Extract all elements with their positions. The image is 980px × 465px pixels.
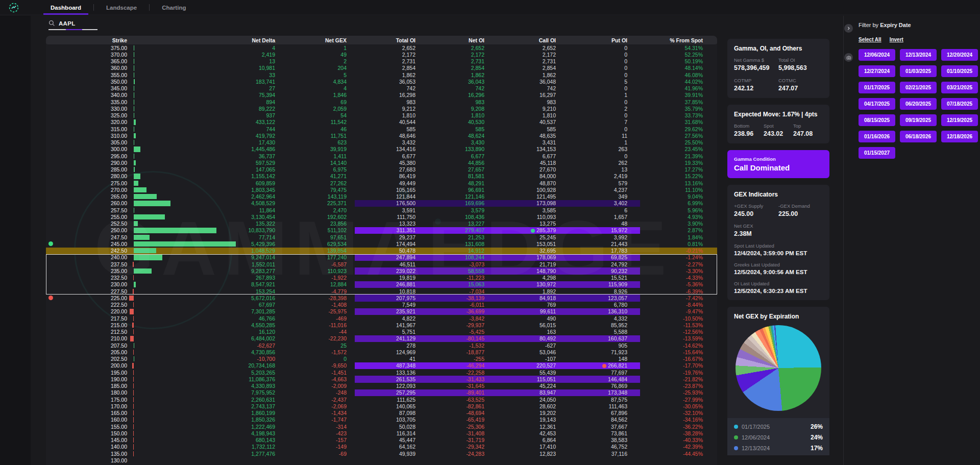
pct-from-spot-cell: 23.45% (630, 146, 717, 152)
net-oi-cell: 14,912 (419, 248, 487, 254)
net-oi-cell: 2,652 (419, 45, 487, 51)
strike-row-207.50[interactable]: 207.50-62,62725278-1,532-627905-14.62% (46, 342, 717, 349)
strike-row-245.00[interactable]: 245.005,429,396629,534174,494131,608153,… (46, 240, 717, 247)
collapse-panel-button[interactable] (844, 24, 853, 33)
expiry-date-button-01/10/2025[interactable]: 01/10/2025 (941, 65, 978, 77)
strike-row-237.50[interactable]: 237.501,552,011-6,58746,511-3,07321,7192… (46, 261, 717, 267)
expiry-date-button-01/17/2025[interactable]: 01/17/2025 (859, 82, 895, 93)
strike-row-315.00[interactable]: 315.0074446585585585029.62% (46, 126, 717, 132)
strike-row-340.00[interactable]: 340.0075,3941,84616,29816,29616,297139.9… (46, 92, 717, 99)
invert-link[interactable]: Invert (890, 37, 903, 42)
strike-row-232.50[interactable]: 232.50267,893-1,92219,819-11,2234,29815,… (46, 275, 717, 281)
strike-row-155.00[interactable]: 155.001,222,469-31450,028-25,30612,36137… (46, 423, 717, 430)
expiry-date-button-09/19/2025[interactable]: 09/19/2025 (900, 114, 937, 126)
strike-row-180.00[interactable]: 180.007,975,952-248257,295-89,40183,9471… (46, 389, 717, 396)
strike-row-257.50[interactable]: 257.5011,8642,4703,5913,5793,58565.96% (46, 207, 717, 213)
select-all-link[interactable]: Select All (859, 37, 881, 42)
legend-item-12/06/2024[interactable]: 12/06/202424% (734, 432, 823, 443)
net-oi-cell: 27,657 (419, 166, 487, 173)
strike-row-165.00[interactable]: 165.001,860,199-1,43487,098-48,69419,202… (46, 410, 717, 417)
strike-row-235.00[interactable]: 235.009,283,277110,923239,02258,558148,7… (46, 267, 717, 274)
expiry-date-button-12/06/2024[interactable]: 12/06/2024 (859, 49, 895, 61)
strike-cell: 375.00 (46, 45, 130, 51)
strike-row-350.00[interactable]: 350.00183,7414,83436,05336,04336,048544.… (46, 78, 717, 85)
strike-row-150.00[interactable]: 150.004,198,943-423116,314-31,40842,4537… (46, 430, 717, 436)
legend-item-01/17/2025[interactable]: 01/17/202526% (734, 421, 823, 432)
strike-row-130.00[interactable]: 130.00 (46, 457, 717, 463)
strike-row-195.00[interactable]: 195.005,203,265-1,451133,136-22,25855,43… (46, 369, 717, 376)
strike-row-210.00[interactable]: 210.006,484,002-22,230241,129-80,14580,4… (46, 335, 717, 342)
tab-dashboard[interactable]: Dashboard (38, 0, 93, 15)
strike-row-185.00[interactable]: 185.004,330,893-2,009122,093-31,64545,22… (46, 383, 717, 389)
strike-row-330.00[interactable]: 330.0089,2222,0599,2129,2089,210235.79% (46, 105, 717, 112)
strike-row-190.00[interactable]: 190.0011,086,376-4,663261,535-31,433115,… (46, 376, 717, 382)
strike-row-335.00[interactable]: 335.0089469983983983037.85% (46, 99, 717, 105)
expiry-date-button-07/18/2025[interactable]: 07/18/2025 (941, 98, 978, 110)
expiry-date-button-12/13/2024[interactable]: 12/13/2024 (900, 49, 937, 61)
strike-row-280.00[interactable]: 280.001,155,14241,27186,41981,58184,0002… (46, 173, 717, 180)
strike-row-325.00[interactable]: 325.00937541,8101,8101,810033.73% (46, 112, 717, 119)
strike-row-220.00[interactable]: 220.007,301,285-25,975235,921-36,69999,6… (46, 308, 717, 315)
strike-row-255.00[interactable]: 255.003,130,454192,602111,750108,436110,… (46, 213, 717, 220)
strike-row-250.00[interactable]: 250.0010,833,790511,102311,351279,407285… (46, 227, 717, 234)
strike-row-212.50[interactable]: 212.5016,120-445,751-5,4251635,588-12.56… (46, 329, 717, 335)
expiry-date-button-01/15/2027[interactable]: 01/15/2027 (859, 147, 895, 159)
strike-row-355.00[interactable]: 355.003351,8621,8621,862046.08% (46, 71, 717, 78)
strike-row-227.50[interactable]: 227.50153,254-4,77910,818-7,0341,8928,92… (46, 288, 717, 295)
expiry-date-button-01/03/2025[interactable]: 01/03/2025 (900, 65, 937, 77)
expiry-date-button-06/20/2025[interactable]: 06/20/2025 (900, 98, 937, 110)
expiry-date-button-12/20/2024[interactable]: 12/20/2024 (941, 49, 978, 61)
strike-row-320.00[interactable]: 320.00433,12211,54240,54440,53040,537731… (46, 119, 717, 126)
expiry-date-button-01/16/2026[interactable]: 01/16/2026 (859, 131, 895, 142)
expiry-date-grid: 12/06/202412/13/202412/20/202412/27/2024… (859, 49, 976, 159)
strike-row-242.50[interactable]: 242.501,048,529139,85450,47814,91232,695… (46, 248, 717, 254)
strike-row-200.00[interactable]: 200.0020,734,168-9,650487,348-46,294220,… (46, 362, 717, 369)
strike-row-135.00[interactable]: 135.001,277,476-6949,939-24,28312,82337,… (46, 450, 717, 457)
expiry-date-button-06/18/2026[interactable]: 06/18/2026 (900, 131, 937, 142)
expiry-date-button-12/27/2024[interactable]: 12/27/2024 (859, 65, 895, 77)
strike-row-360.00[interactable]: 360.0010,9812042,8542,8542,854048.14% (46, 65, 717, 71)
strike-row-217.50[interactable]: 217.5046,766-4694,822-3,8424904,332-10.5… (46, 315, 717, 322)
strike-row-215.00[interactable]: 215.004,550,285-11,016141,967-29,93756,0… (46, 322, 717, 328)
strike-row-247.50[interactable]: 247.5077,71497,65129,23721,25325,2453,99… (46, 234, 717, 240)
strike-row-375.00[interactable]: 375.00412,6522,6522,652054.31% (46, 44, 717, 51)
pct-from-spot-cell: -32.10% (630, 410, 717, 416)
tab-charting[interactable]: Charting (150, 0, 198, 15)
strike-row-225.00[interactable]: 225.005,672,016-28,398207,975-38,13984,9… (46, 295, 717, 301)
expiry-date-button-02/21/2025[interactable]: 02/21/2025 (900, 82, 937, 93)
strike-row-310.00[interactable]: 310.00419,79211,75148,64648,62448,635112… (46, 132, 717, 139)
strike-row-300.00[interactable]: 300.001,445,48639,919134,416133,890134,1… (46, 146, 717, 153)
legend-item-12/13/2024[interactable]: 12/13/202417% (734, 443, 823, 453)
strike-row-230.00[interactable]: 230.008,547,92112,884246,88115,063130,97… (46, 281, 717, 288)
strike-row-345.00[interactable]: 345.00274742742742041.96% (46, 85, 717, 92)
strike-row-145.00[interactable]: 145.00680,143-15745,447-31,7196,86438,58… (46, 437, 717, 444)
strike-row-205.00[interactable]: 205.004,730,856-1,572124,969-18,87753,04… (46, 349, 717, 355)
strike-row-290.00[interactable]: 290.00597,52914,14045,38044,85645,118262… (46, 159, 717, 166)
strike-row-270.00[interactable]: 270.001,803,34579,475105,16596,691100,92… (46, 186, 717, 193)
expiry-date-button-04/17/2025[interactable]: 04/17/2025 (859, 98, 895, 110)
strike-row-170.00[interactable]: 170.002,743,137-2,069140,065-82,86128,60… (46, 403, 717, 409)
strike-row-265.00[interactable]: 265.002,462,964143,119121,844121,146121,… (46, 193, 717, 200)
tab-landscape[interactable]: Landscape (94, 0, 149, 15)
strike-row-285.00[interactable]: 285.00147,0656,97527,68327,65727,6701317… (46, 166, 717, 173)
screenshot-button[interactable] (844, 53, 853, 62)
expiry-date-button-08/15/2025[interactable]: 08/15/2025 (859, 114, 895, 126)
strike-row-160.00[interactable]: 160.001,850,326-1,747103,705-65,41919,14… (46, 417, 717, 423)
strike-row-295.00[interactable]: 295.0036,7371,4116,6776,6776,677021.39% (46, 153, 717, 159)
strike-row-275.00[interactable]: 275.00609,85927,26249,44948,29148,870579… (46, 180, 717, 186)
strike-row-240.00[interactable]: 240.009,247,014177,240247,894108,244178,… (46, 254, 717, 261)
expiry-date-button-12/18/2026[interactable]: 12/18/2026 (941, 131, 978, 142)
ticker-search-input[interactable]: AAPL (59, 20, 76, 27)
strike-row-140.00[interactable]: 140.001,732,112-14964,162-29,34217,41046… (46, 444, 717, 450)
strike-row-260.00[interactable]: 260.004,508,529225,371176,500169,696173,… (46, 200, 717, 207)
expiry-date-button-03/21/2025[interactable]: 03/21/2025 (941, 82, 978, 93)
strike-row-365.00[interactable]: 365.001322,7312,7312,731050.19% (46, 58, 717, 65)
expiry-date-button-12/19/2025[interactable]: 12/19/2025 (941, 114, 978, 126)
strike-row-370.00[interactable]: 370.002,419492,1722,1722,172052.25% (46, 51, 717, 58)
strike-row-222.50[interactable]: 222.5067,697-1,4087,549-6,0117696,780-8.… (46, 302, 717, 308)
strike-row-202.50[interactable]: 202.50-10,700041-255-107148-16.67% (46, 356, 717, 362)
net-oi-cell: -31,719 (419, 437, 487, 443)
strike-row-252.50[interactable]: 252.50135,32223,85613,32313,22713,275483… (46, 221, 717, 227)
strike-row-175.00[interactable]: 175.002,260,631-2,437111,625-63,52524,05… (46, 396, 717, 403)
strike-row-305.00[interactable]: 305.0017,4306233,4323,4303,431125.50% (46, 139, 717, 146)
